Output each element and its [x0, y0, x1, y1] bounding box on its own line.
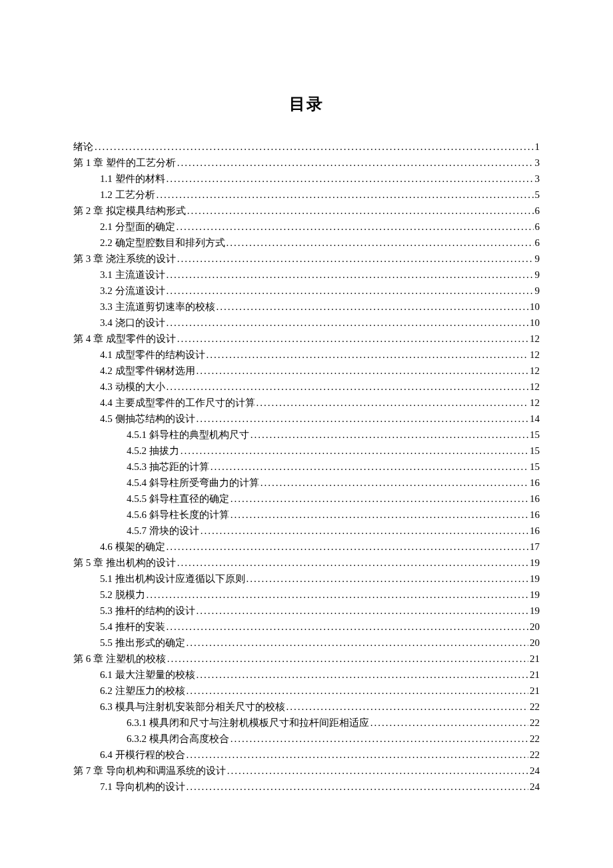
doc-title: 目录	[73, 93, 540, 115]
toc-entry-page: 16	[530, 491, 540, 507]
toc-entry: 4.5.3 抽芯距的计算15	[73, 459, 540, 475]
toc-entry: 5.1 推出机构设计应遵循以下原则19	[73, 571, 540, 587]
toc-dot-leader	[251, 427, 528, 443]
toc-entry: 第 4 章 成型零件的设计12	[73, 331, 540, 347]
toc-entry: 6.3.2 模具闭合高度校合22	[73, 731, 540, 747]
toc-entry-page: 9	[535, 283, 540, 299]
toc-entry-page: 1	[535, 139, 540, 155]
toc-entry-label: 2.2 确定型腔数目和排列方式	[100, 235, 225, 251]
toc-dot-leader	[187, 683, 529, 699]
toc-entry: 3.1 主流道设计9	[73, 267, 540, 283]
toc-dot-leader	[177, 251, 534, 267]
toc-entry: 6.3.1 模具闭和尺寸与注射机模板尺寸和拉杆间距相适应22	[73, 715, 540, 731]
toc-entry-page: 19	[530, 555, 540, 571]
toc-entry-page: 9	[535, 251, 540, 267]
toc-entry-label: 5.1 推出机构设计应遵循以下原则	[100, 571, 245, 587]
toc-entry-label: 4.5.5 斜导柱直径的确定	[127, 491, 229, 507]
toc-entry-page: 22	[530, 731, 540, 747]
toc-entry-label: 3.4 浇口的设计	[100, 315, 165, 331]
toc-entry-page: 9	[535, 267, 540, 283]
toc-entry-label: 6.3.1 模具闭和尺寸与注射机模板尺寸和拉杆间距相适应	[127, 715, 369, 731]
toc-entry-page: 14	[530, 411, 540, 427]
toc-entry: 4.3 动模的大小12	[73, 379, 540, 395]
toc-dot-leader	[227, 763, 528, 779]
toc-entry-label: 4.2 成型零件钢材选用	[100, 363, 195, 379]
toc-entry-label: 5.3 推杆的结构的设计	[100, 603, 195, 619]
toc-entry: 4.5.1 斜导柱的典型机构尺寸15	[73, 427, 540, 443]
toc-dot-leader	[177, 555, 528, 571]
toc-entry-page: 21	[530, 683, 540, 699]
toc-entry-page: 20	[530, 635, 540, 651]
toc-entry-label: 6.1 最大注塑量的校核	[100, 667, 195, 683]
toc-entry-label: 5.2 脱模力	[100, 587, 145, 603]
toc-dot-leader	[187, 203, 534, 219]
toc-entry-page: 16	[530, 475, 540, 491]
toc-dot-leader	[167, 379, 529, 395]
toc-entry-page: 12	[530, 347, 540, 363]
toc-dot-leader	[177, 155, 534, 171]
toc-dot-leader	[177, 331, 528, 347]
toc-entry: 4.5.5 斜导柱直径的确定16	[73, 491, 540, 507]
toc-entry: 4.2 成型零件钢材选用12	[73, 363, 540, 379]
toc-entry: 4.5 侧抽芯结构的设计14	[73, 411, 540, 427]
toc-entry-label: 4.5.4 斜导柱所受弯曲力的计算	[127, 475, 259, 491]
toc-entry-page: 10	[530, 315, 540, 331]
toc-dot-leader	[197, 363, 529, 379]
toc-dot-leader	[231, 491, 528, 507]
toc-entry-label: 6.4 开模行程的校合	[100, 747, 185, 763]
toc-entry-label: 3.3 主流道剪切速率的校核	[100, 299, 215, 315]
toc-entry-page: 15	[530, 459, 540, 475]
toc-entry: 绪论1	[73, 139, 540, 155]
toc-entry-page: 16	[530, 523, 540, 539]
toc-entry-label: 4.3 动模的大小	[100, 379, 165, 395]
toc-entry-label: 第 5 章 推出机构的设计	[73, 555, 176, 571]
toc-entry: 4.4 主要成型零件的工作尺寸的计算12	[73, 395, 540, 411]
toc-entry-page: 21	[530, 667, 540, 683]
toc-entry-label: 4.5.6 斜导柱长度的计算	[127, 507, 229, 523]
toc-entry-label: 6.3.2 模具闭合高度校合	[127, 731, 229, 747]
toc-entry-label: 1.2 工艺分析	[100, 187, 155, 203]
toc-entry: 第 3 章 浇注系统的设计9	[73, 251, 540, 267]
toc-entry-page: 3	[535, 155, 540, 171]
toc-dot-leader	[95, 139, 534, 155]
toc-entry: 第 7 章 导向机构和调温系统的设计24	[73, 763, 540, 779]
toc-entry: 2.2 确定型腔数目和排列方式6	[73, 235, 540, 251]
toc-entry: 4.6 模架的确定17	[73, 539, 540, 555]
toc-dot-leader	[147, 587, 529, 603]
toc-entry-label: 4.5.7 滑块的设计	[127, 523, 199, 539]
toc-entry-label: 第 2 章 拟定模具结构形式	[73, 203, 186, 219]
toc-entry: 3.3 主流道剪切速率的校核10	[73, 299, 540, 315]
toc-dot-leader	[177, 219, 534, 235]
toc-entry: 4.5.4 斜导柱所受弯曲力的计算16	[73, 475, 540, 491]
toc-dot-leader	[197, 603, 529, 619]
toc-entry-page: 12	[530, 331, 540, 347]
toc-entry-page: 12	[530, 379, 540, 395]
toc-entry: 5.2 脱模力19	[73, 587, 540, 603]
toc-entry-page: 10	[530, 299, 540, 315]
toc-dot-leader	[247, 571, 529, 587]
toc-entry-page: 24	[530, 779, 540, 795]
toc-dot-leader	[167, 315, 529, 331]
toc-entry: 3.4 浇口的设计10	[73, 315, 540, 331]
toc-dot-leader	[197, 411, 529, 427]
toc-entry: 2.1 分型面的确定6	[73, 219, 540, 235]
toc-dot-leader	[187, 747, 529, 763]
toc-dot-leader	[231, 731, 528, 747]
toc-entry: 4.5.6 斜导柱长度的计算16	[73, 507, 540, 523]
toc-entry-label: 5.5 推出形式的确定	[100, 635, 185, 651]
toc-entry-label: 2.1 分型面的确定	[100, 219, 175, 235]
toc-entry-label: 5.4 推杆的安装	[100, 619, 165, 635]
toc-entry: 4.5.2 抽拔力15	[73, 443, 540, 459]
toc-dot-leader	[167, 651, 528, 667]
toc-entry-page: 22	[530, 747, 540, 763]
toc-entry: 第 1 章 塑件的工艺分析3	[73, 155, 540, 171]
toc-entry-page: 22	[530, 699, 540, 715]
toc-entry-label: 4.5 侧抽芯结构的设计	[100, 411, 195, 427]
toc-entry-label: 1.1 塑件的材料	[100, 171, 165, 187]
toc-entry-page: 15	[530, 427, 540, 443]
toc-entry-label: 第 1 章 塑件的工艺分析	[73, 155, 176, 171]
toc-entry: 第 5 章 推出机构的设计19	[73, 555, 540, 571]
toc-entry-label: 3.2 分流道设计	[100, 283, 165, 299]
toc-dot-leader	[207, 347, 529, 363]
toc-entry: 4.5.7 滑块的设计16	[73, 523, 540, 539]
